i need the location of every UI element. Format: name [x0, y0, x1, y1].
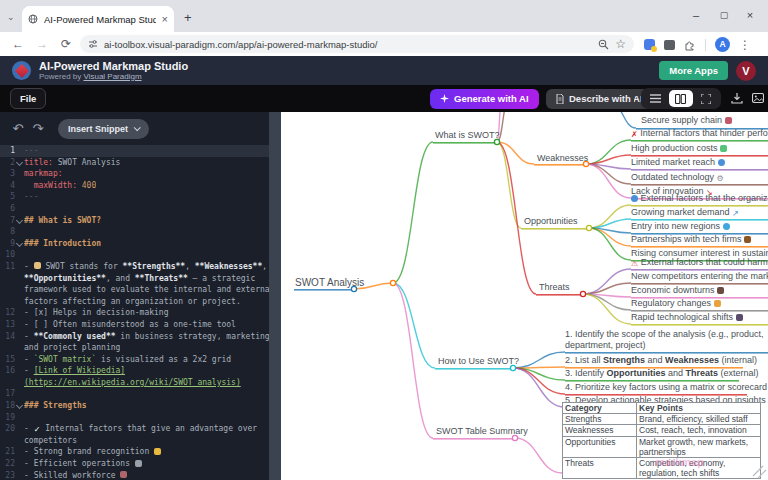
editor-line[interactable]: 3markmap:	[0, 168, 269, 180]
editor-line[interactable]: 11- SWOT stands for **Strengths**, **Wea…	[0, 261, 269, 273]
insert-snippet-button[interactable]: Insert Snippet	[58, 119, 149, 139]
code-text[interactable]: - ✓ Internal factors that give an advant…	[24, 423, 257, 435]
mindmap-node-t3[interactable]: Economic downturns	[631, 285, 724, 295]
bookmark-star-icon[interactable]: ☆	[615, 38, 626, 50]
code-text[interactable]: - Efficient operations	[24, 458, 142, 470]
code-text[interactable]: - **Commonly used** in business strategy…	[24, 331, 269, 343]
more-apps-button[interactable]: More Apps	[659, 61, 728, 80]
code-editor[interactable]: 1---2title: SWOT Analysis3markmap:4 maxW…	[0, 145, 269, 480]
mindmap-node-o2[interactable]: Growing market demand ↗	[631, 207, 739, 218]
file-menu-button[interactable]: File	[10, 88, 46, 109]
mindmap-node-o3[interactable]: Entry into new regions	[631, 221, 730, 231]
extensions-puzzle-icon[interactable]	[684, 39, 696, 51]
editor-line[interactable]: and project planning	[0, 342, 269, 354]
code-text[interactable]: ### Introduction	[24, 238, 101, 250]
editor-line[interactable]: 7## What is SWOT?	[0, 215, 269, 227]
code-text[interactable]: - `SWOT matrix` is visualized as a 2x2 g…	[24, 354, 231, 366]
editor-line[interactable]: competitors	[0, 435, 269, 447]
mindmap-node-weak[interactable]: Weaknesses	[537, 153, 588, 163]
code-text[interactable]: framework used to evaluate the internal …	[24, 284, 269, 296]
editor-line[interactable]: 9### Introduction	[0, 238, 269, 250]
download-button[interactable]	[731, 90, 743, 108]
window-minimize-button[interactable]: –	[684, 4, 708, 26]
window-close-button[interactable]: ×	[738, 4, 762, 26]
back-button[interactable]: ←	[6, 37, 30, 51]
undo-icon[interactable]: ↶	[10, 121, 26, 136]
code-text[interactable]: **Opportunities**, and **Threats** — a s…	[24, 273, 255, 285]
mindmap-node-h4[interactable]: 4. Prioritize key factors using a matrix…	[565, 382, 767, 392]
editor-line[interactable]: 17	[0, 388, 269, 400]
code-text[interactable]: - [x] Helps in decision-making	[24, 307, 169, 319]
code-text[interactable]: - [ ] Often misunderstood as a one-time …	[24, 319, 236, 331]
editor-line[interactable]: 10	[0, 249, 269, 261]
editor-line[interactable]: 8	[0, 226, 269, 238]
node-toggle-circle[interactable]	[390, 280, 395, 285]
editor-line[interactable]: 22- Efficient operations	[0, 458, 269, 470]
node-toggle-circle[interactable]	[510, 365, 515, 370]
mindmap-node-h1[interactable]: 1. Identify the scope of the analysis (e…	[565, 329, 768, 351]
redo-icon[interactable]: ↷	[30, 121, 46, 136]
export-image-button[interactable]	[752, 90, 764, 108]
browser-tab[interactable]: AI-Powered Markmap Studio ×	[22, 6, 174, 32]
reload-button[interactable]: ⟳	[54, 37, 78, 51]
code-text[interactable]: - [Link of Wikipedia]	[24, 365, 125, 377]
mindmap-node-opp[interactable]: Opportunities	[524, 216, 578, 226]
fold-chevron-icon[interactable]	[15, 400, 24, 412]
code-text[interactable]: factors affecting an organization or pro…	[24, 296, 241, 308]
code-text[interactable]: - Skilled workforce	[24, 470, 127, 480]
code-text[interactable]: and project planning	[24, 342, 120, 354]
forward-button[interactable]: →	[30, 37, 54, 51]
code-text[interactable]: ---	[24, 191, 38, 203]
code-text[interactable]: title: SWOT Analysis	[24, 157, 120, 169]
mindmap-node-tbl[interactable]: SWOT Table Summary	[436, 426, 528, 436]
powered-by-link[interactable]: Visual Paradigm	[83, 72, 141, 81]
code-text[interactable]: - Strong brand recognition	[24, 446, 161, 458]
editor-line[interactable]: **Opportunities**, and **Threats** — a s…	[0, 273, 269, 285]
fold-chevron-icon[interactable]	[15, 215, 24, 227]
tab-search-chevron-icon[interactable]: ⌄	[7, 12, 15, 22]
editor-line[interactable]: 15- `SWOT matrix` is visualized as a 2x2…	[0, 354, 269, 366]
mindmap-node-root[interactable]: SWOT Analysis	[295, 277, 364, 288]
editor-line[interactable]: 16- [Link of Wikipedia]	[0, 365, 269, 377]
mindmap-node-t5[interactable]: Rapid technological shifts	[631, 312, 743, 322]
mindmap-node-what[interactable]: What is SWOT?	[435, 130, 500, 140]
editor-line[interactable]: 19	[0, 412, 269, 424]
editor-line[interactable]: 13- [ ] Often misunderstood as a one-tim…	[0, 319, 269, 331]
mindmap-node-w4[interactable]: Outdated technology ⚙	[631, 172, 724, 183]
editor-line[interactable]: 12- [x] Helps in decision-making	[0, 307, 269, 319]
node-toggle-circle[interactable]	[512, 435, 517, 440]
view-editor-only-button[interactable]	[644, 90, 668, 107]
new-tab-button[interactable]: +	[184, 10, 192, 25]
editor-line[interactable]: 21- Strong brand recognition	[0, 446, 269, 458]
node-toggle-circle[interactable]	[494, 139, 499, 144]
editor-line[interactable]: (https://en.wikipedia.org/wiki/SWOT_anal…	[0, 377, 269, 389]
view-split-button[interactable]	[669, 90, 693, 107]
code-text[interactable]: competitors	[24, 435, 77, 447]
editor-line[interactable]: 1---	[0, 145, 269, 157]
editor-line[interactable]: framework used to evaluate the internal …	[0, 284, 269, 296]
node-toggle-circle[interactable]	[580, 291, 585, 296]
browser-menu-icon[interactable]: ⋮	[739, 39, 751, 51]
code-text[interactable]: ### Strengths	[24, 400, 87, 412]
mindmap-node-t4[interactable]: Regulatory changes	[631, 298, 721, 308]
mindmap-node-secure[interactable]: Secure supply chain	[641, 115, 732, 125]
editor-line[interactable]: 14- **Commonly used** in business strate…	[0, 331, 269, 343]
mindmap-node-h3[interactable]: 3. Identify Opportunities and Threats (e…	[565, 368, 759, 378]
mindmap-node-h2[interactable]: 2. List all Strengths and Weaknesses (in…	[565, 355, 757, 365]
editor-line[interactable]: 18### Strengths	[0, 400, 269, 412]
panel-resizer[interactable]	[269, 112, 281, 480]
mindmap-canvas[interactable]: SWOT AnalysisWhat is SWOT?WeaknessesOppo…	[281, 112, 768, 480]
extension-colored-icon[interactable]	[644, 39, 655, 50]
editor-line[interactable]: 20- ✓ Internal factors that give an adva…	[0, 423, 269, 435]
view-fullscreen-button[interactable]	[694, 90, 718, 107]
fold-chevron-icon[interactable]	[15, 157, 24, 169]
generate-with-ai-button[interactable]: Generate with AI	[430, 89, 539, 109]
code-text[interactable]: ---	[24, 145, 38, 157]
mindmap-node-o1[interactable]: External factors that the organization c…	[631, 193, 768, 203]
code-text[interactable]: maxWidth: 400	[24, 180, 96, 192]
mindmap-node-t1[interactable]: ⚠ External factors that could harm the o…	[631, 257, 768, 268]
mindmap-node-thr[interactable]: Threats	[539, 282, 570, 292]
url-text[interactable]: ai-toolbox.visual-paradigm.com/app/ai-po…	[104, 39, 592, 50]
describe-with-ai-button[interactable]: Describe with AI	[546, 89, 653, 109]
tab-close-icon[interactable]: ×	[162, 14, 168, 25]
